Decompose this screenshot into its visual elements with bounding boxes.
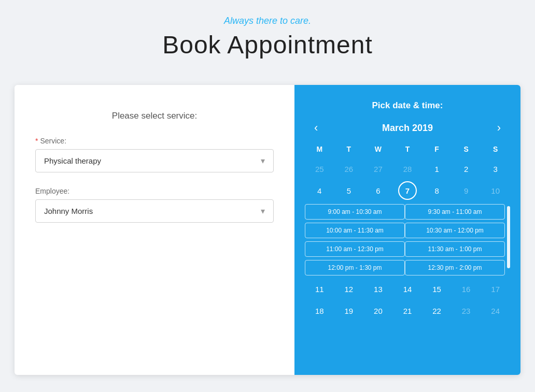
time-slot[interactable]: 10:00 am - 11:30 am <box>305 223 405 238</box>
calendar-cell[interactable]: 15 <box>428 280 446 298</box>
left-panel: Please select service: * Service: Physic… <box>15 85 294 375</box>
service-label: * Service: <box>35 137 274 145</box>
employee-field-group: Employee: Johnny Morris ▾ <box>35 187 274 223</box>
employee-select[interactable]: Johnny Morris ▾ <box>35 199 274 223</box>
calendar-cell[interactable]: 8 <box>428 181 446 200</box>
calendar-cell[interactable]: 23 <box>457 301 475 320</box>
calendar-nav: ‹ March 2019 › <box>305 121 510 135</box>
tagline: Always there to care. <box>0 16 535 26</box>
service-select[interactable]: Physical therapy ▾ <box>35 149 274 172</box>
pick-date-time-title: Pick date & time: <box>305 100 510 111</box>
time-slot[interactable]: 10:30 am - 12:00 pm <box>405 223 505 238</box>
service-select-display[interactable]: Physical therapy ▾ <box>36 150 273 172</box>
calendar-cell-selected[interactable]: 7 <box>398 181 417 200</box>
calendar-cell[interactable]: 13 <box>369 280 387 298</box>
day-header-mon: M <box>305 143 334 155</box>
right-panel: Pick date & time: ‹ March 2019 › M T W T… <box>294 85 520 375</box>
service-value: Physical therapy <box>44 156 101 165</box>
scrollbar[interactable] <box>507 206 510 268</box>
calendar-cell[interactable]: 6 <box>369 181 387 200</box>
month-year-label: March 2019 <box>382 123 433 134</box>
time-slot[interactable]: 11:00 am - 12:30 pm <box>305 241 405 257</box>
timeslots-row: 9:00 am - 10:30 am 10:00 am - 11:30 am 1… <box>305 204 510 275</box>
employee-value: Johnny Morris <box>44 207 93 215</box>
time-slot[interactable]: 9:30 am - 11:00 am <box>405 204 505 220</box>
calendar-cell[interactable]: 19 <box>340 301 358 320</box>
calendar-cell[interactable]: 9 <box>457 181 475 200</box>
calendar-cell[interactable]: 3 <box>486 159 505 178</box>
calendar-cell[interactable]: 10 <box>486 181 505 200</box>
time-slot[interactable]: 11:30 am - 1:00 pm <box>405 241 505 257</box>
calendar-cell[interactable]: 21 <box>398 301 417 320</box>
employee-select-display[interactable]: Johnny Morris ▾ <box>36 200 273 222</box>
booking-container: Please select service: * Service: Physic… <box>15 85 520 375</box>
service-field-group: * Service: Physical therapy ▾ <box>35 137 274 172</box>
section-title: Please select service: <box>35 111 274 121</box>
required-star: * <box>35 137 38 145</box>
day-header-tue: T <box>334 143 364 155</box>
page-header: Always there to care. Book Appointment <box>0 0 535 69</box>
day-header-thu: T <box>393 143 423 155</box>
time-slot[interactable]: 12:00 pm - 1:30 pm <box>305 260 405 275</box>
employee-chevron-icon: ▾ <box>261 206 265 216</box>
calendar-week-2: 4 5 6 7 8 9 10 <box>305 180 510 201</box>
calendar-cell[interactable]: 27 <box>369 159 387 178</box>
calendar-cell[interactable]: 20 <box>369 301 387 320</box>
calendar-cell[interactable]: 11 <box>310 280 329 298</box>
time-slot[interactable]: 12:30 pm - 2:00 pm <box>405 260 505 275</box>
calendar-cell[interactable]: 24 <box>486 301 505 320</box>
calendar-week-1: 25 26 27 28 1 2 3 <box>305 158 510 179</box>
calendar-cell[interactable]: 5 <box>340 181 358 200</box>
calendar-cell[interactable]: 4 <box>310 181 329 200</box>
calendar-cell[interactable]: 2 <box>457 159 475 178</box>
day-headers: M T W T F S S <box>305 143 510 155</box>
calendar-cell[interactable]: 25 <box>310 159 329 178</box>
next-month-button[interactable]: › <box>493 121 505 135</box>
calendar-cell[interactable]: 16 <box>457 280 475 298</box>
service-chevron-icon: ▾ <box>261 156 265 166</box>
timeslots-col-left: 9:00 am - 10:30 am 10:00 am - 11:30 am 1… <box>305 204 405 275</box>
day-header-sat: S <box>452 143 481 155</box>
calendar-cell[interactable]: 17 <box>486 280 505 298</box>
employee-label: Employee: <box>35 187 274 195</box>
calendar-grid: M T W T F S S 25 26 27 28 1 2 3 4 5 <box>305 143 510 321</box>
calendar-cell[interactable]: 26 <box>340 159 358 178</box>
prev-month-button[interactable]: ‹ <box>310 121 322 135</box>
calendar-cell[interactable]: 14 <box>398 280 417 298</box>
timeslots-col-right: 9:30 am - 11:00 am 10:30 am - 12:00 pm 1… <box>405 204 505 275</box>
calendar-cell[interactable]: 22 <box>428 301 446 320</box>
calendar-cell[interactable]: 18 <box>310 301 329 320</box>
calendar-week-3: 11 12 13 14 15 16 17 <box>305 279 510 299</box>
day-header-wed: W <box>363 143 393 155</box>
day-header-fri: F <box>422 143 452 155</box>
calendar-week-4: 18 19 20 21 22 23 24 <box>305 300 510 321</box>
calendar-cell[interactable]: 12 <box>340 280 358 298</box>
day-header-sun: S <box>481 143 510 155</box>
main-title: Book Appointment <box>0 31 535 59</box>
calendar-cell[interactable]: 28 <box>398 159 417 178</box>
calendar-cell[interactable]: 1 <box>428 159 446 178</box>
time-slot[interactable]: 9:00 am - 10:30 am <box>305 204 405 220</box>
